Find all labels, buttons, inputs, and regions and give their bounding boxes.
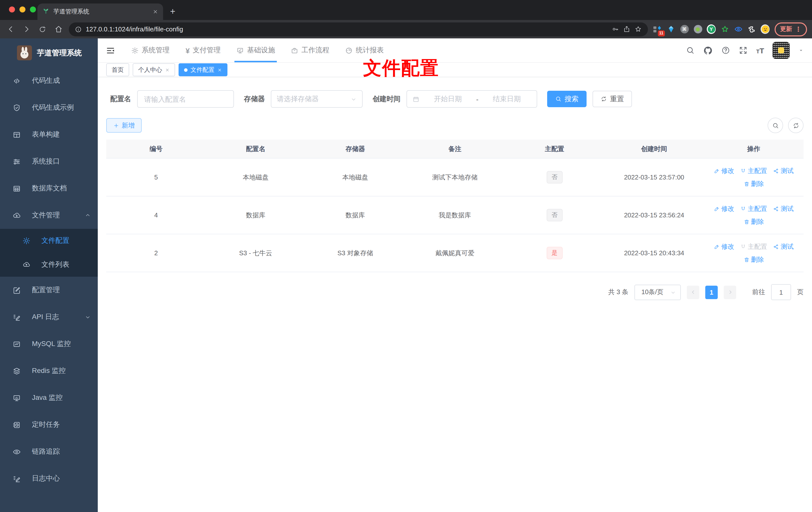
- delete-link[interactable]: 删除: [744, 179, 764, 188]
- sidebar-item-code-gen[interactable]: 代码生成: [0, 67, 98, 94]
- search-button[interactable]: 搜索: [547, 91, 586, 107]
- password-key-icon[interactable]: [611, 25, 619, 33]
- sidebar-item-redis-monitor[interactable]: Redis 监控: [0, 357, 98, 384]
- extension-puzzle-icon[interactable]: [747, 25, 756, 34]
- date-range-picker[interactable]: 开始日期 - 结束日期: [406, 90, 537, 108]
- tab-payment-management[interactable]: ¥支付管理: [179, 38, 227, 62]
- sidebar-item-system-api[interactable]: 系统接口: [0, 148, 98, 175]
- extension-eye-icon[interactable]: [734, 25, 743, 34]
- prev-page-button[interactable]: [687, 285, 699, 299]
- start-date-placeholder[interactable]: 开始日期: [424, 94, 472, 103]
- page-size-select[interactable]: 10条/页: [634, 284, 681, 300]
- reload-button[interactable]: [37, 24, 48, 35]
- gear-icon: [23, 237, 30, 245]
- end-date-placeholder[interactable]: 结束日期: [483, 94, 531, 103]
- goto-page-input[interactable]: [771, 284, 791, 300]
- address-bar[interactable]: 127.0.0.1:1024/infra/file/file-config: [69, 22, 648, 36]
- next-page-button[interactable]: [724, 285, 736, 299]
- maximize-window-button[interactable]: [30, 6, 36, 12]
- show-search-button[interactable]: [767, 118, 783, 133]
- home-button[interactable]: [53, 24, 64, 35]
- eye-icon: [12, 447, 21, 456]
- sidebar-item-code-demo[interactable]: 代码生成示例: [0, 94, 98, 121]
- delete-link[interactable]: 删除: [744, 255, 764, 264]
- font-size-icon[interactable]: TT: [756, 46, 764, 55]
- cell-name: 数据库: [206, 209, 305, 221]
- header-tools: TT: [686, 42, 804, 59]
- new-tab-button[interactable]: +: [170, 6, 175, 17]
- user-caret-down-icon[interactable]: [798, 48, 804, 53]
- close-window-button[interactable]: [9, 6, 15, 12]
- reset-button[interactable]: 重置: [592, 91, 632, 107]
- github-icon[interactable]: [703, 46, 713, 55]
- extension-dot-icon[interactable]: [693, 25, 702, 34]
- collapse-sidebar-icon[interactable]: [106, 46, 115, 55]
- forward-button[interactable]: [21, 24, 32, 35]
- sidebar-item-log-center[interactable]: 日志中心: [0, 465, 98, 492]
- sidebar-item-file-management[interactable]: 文件管理: [0, 202, 98, 229]
- site-info-icon[interactable]: [75, 26, 82, 33]
- close-icon[interactable]: [218, 67, 222, 72]
- fullscreen-icon[interactable]: [739, 46, 748, 55]
- config-name-label: 配置名: [110, 94, 131, 103]
- close-icon[interactable]: [165, 67, 170, 72]
- add-button[interactable]: 新增: [106, 118, 142, 132]
- tab-close-icon[interactable]: [153, 9, 158, 14]
- file-management-submenu: 文件配置 文件列表: [0, 229, 98, 277]
- extension-star-icon[interactable]: [720, 25, 729, 34]
- storage-select[interactable]: 请选择存储器: [271, 90, 362, 108]
- tab-system-management[interactable]: 系统管理: [125, 38, 176, 62]
- test-link[interactable]: 测试: [773, 242, 793, 251]
- tab-workflow[interactable]: 工作流程: [285, 38, 336, 62]
- browser-tab[interactable]: 芋道管理系统: [37, 3, 163, 20]
- share-icon[interactable]: [623, 25, 631, 33]
- config-name-input[interactable]: [143, 94, 228, 103]
- refresh-table-button[interactable]: [788, 118, 804, 133]
- edit-link[interactable]: 修改: [714, 166, 734, 175]
- chevron-up-icon: [85, 212, 91, 218]
- edit-link[interactable]: 修改: [714, 204, 734, 213]
- master-config-link[interactable]: 主配置: [740, 204, 767, 213]
- help-icon[interactable]: [721, 46, 730, 55]
- tag-profile[interactable]: 个人中心: [133, 63, 175, 76]
- tag-file-config[interactable]: 文件配置: [179, 63, 227, 76]
- cell-remark: 戴佩妮真可爱: [405, 246, 504, 260]
- user-avatar-qr[interactable]: [773, 42, 789, 59]
- sidebar-item-db-doc[interactable]: 数据库文档: [0, 175, 98, 202]
- plus-icon: [113, 122, 119, 128]
- cell-name: 本地磁盘: [206, 171, 305, 184]
- bookmark-star-icon[interactable]: [634, 25, 642, 33]
- edit-link[interactable]: 修改: [714, 242, 734, 251]
- master-config-link[interactable]: 主配置: [740, 166, 767, 175]
- sidebar-item-api-log[interactable]: API 日志: [0, 304, 98, 331]
- sidebar-item-java-monitor[interactable]: Java 监控: [0, 384, 98, 411]
- browser-menu-dots-icon[interactable]: ⋮: [795, 25, 802, 33]
- minimize-window-button[interactable]: [20, 6, 25, 12]
- delete-link[interactable]: 删除: [744, 217, 764, 226]
- extension-gem-icon[interactable]: [666, 25, 675, 34]
- url-text[interactable]: 127.0.0.1:1024/infra/file/file-config: [86, 25, 608, 33]
- tag-home[interactable]: 首页: [106, 63, 129, 76]
- tab-infrastructure[interactable]: 基础设施: [231, 38, 281, 62]
- sidebar-item-file-config[interactable]: 文件配置: [0, 229, 98, 253]
- sidebar-item-trace[interactable]: 链路追踪: [0, 438, 98, 465]
- test-link[interactable]: 测试: [773, 204, 793, 213]
- sidebar-logo-row[interactable]: 芋道管理系统: [0, 38, 98, 67]
- test-link[interactable]: 测试: [773, 166, 793, 175]
- pencil-icon: [714, 168, 720, 174]
- search-icon: [555, 96, 561, 102]
- sidebar-item-form-builder[interactable]: 表单构建: [0, 121, 98, 148]
- extension-command-icon[interactable]: ⌘: [680, 25, 689, 34]
- sidebar-item-file-list[interactable]: 文件列表: [0, 253, 98, 277]
- extension-blocks-icon[interactable]: 11: [653, 25, 662, 34]
- browser-update-button[interactable]: 更新 ⋮: [775, 22, 807, 36]
- sidebar-item-mysql-monitor[interactable]: MySQL 监控: [0, 331, 98, 357]
- sidebar-item-config-management[interactable]: 配置管理: [0, 277, 98, 304]
- page-number-button[interactable]: 1: [705, 285, 718, 299]
- search-icon[interactable]: [686, 46, 695, 55]
- extension-emoji-icon[interactable]: [761, 25, 770, 34]
- extension-y-icon[interactable]: Y: [707, 25, 716, 34]
- back-button[interactable]: [5, 24, 16, 35]
- calendar-icon: [412, 95, 419, 102]
- sidebar-item-scheduled-tasks[interactable]: 定时任务: [0, 411, 98, 438]
